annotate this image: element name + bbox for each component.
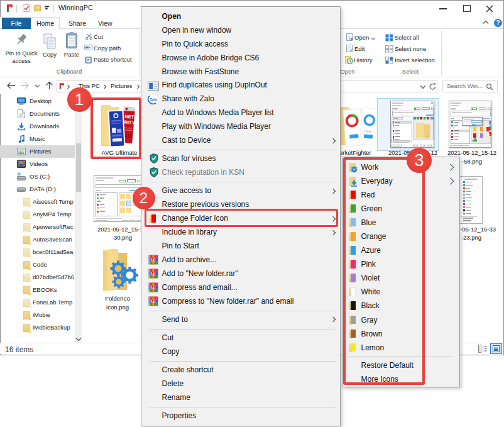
svg-text:Mark: Mark [349, 124, 354, 127]
svg-text:Zalo: Zalo [149, 97, 157, 101]
svg-text:Fighter: Fighter [364, 130, 372, 133]
